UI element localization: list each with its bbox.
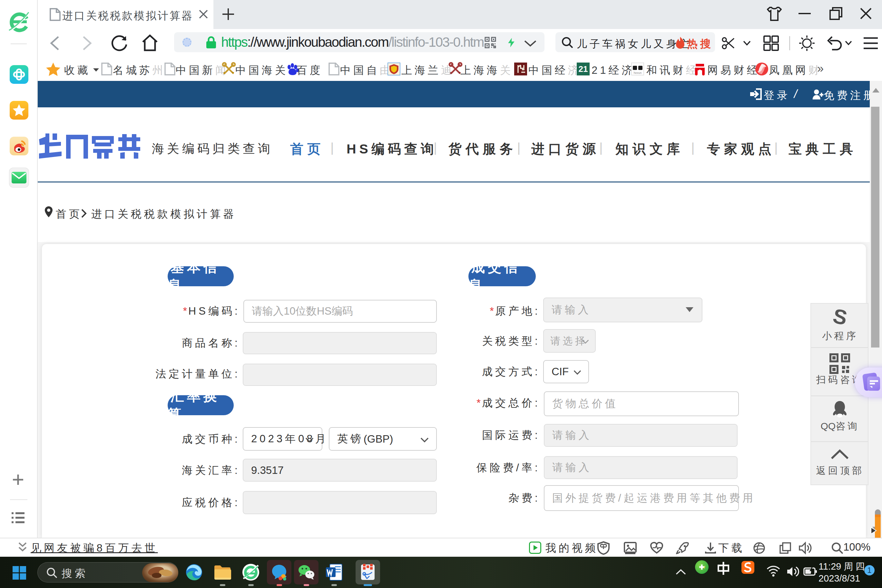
svg-text:hexun: hexun: [634, 71, 642, 75]
